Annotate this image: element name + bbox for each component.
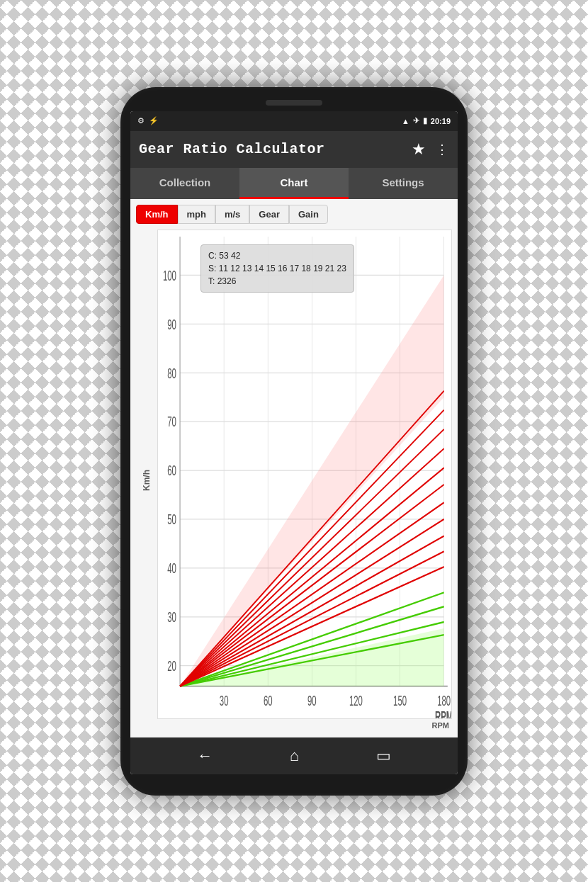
title-bar: Gear Ratio Calculator ★ ⋮ [130, 131, 458, 168]
clock: 20:19 [431, 117, 451, 125]
android-icon: ⚙ [137, 116, 145, 125]
bottom-nav: ← ⌂ ▭ [130, 737, 458, 774]
svg-text:30: 30 [167, 609, 176, 624]
svg-text:100: 100 [163, 267, 176, 283]
svg-text:30: 30 [220, 692, 229, 708]
svg-text:RPM: RPM [435, 708, 451, 718]
svg-text:60: 60 [167, 462, 176, 477]
svg-text:80: 80 [167, 365, 176, 380]
svg-text:90: 90 [307, 692, 317, 708]
svg-text:180: 180 [437, 692, 451, 708]
app-title: Gear Ratio Calculator [139, 141, 325, 157]
status-right-area: ▲ ✈ ▮ 20:19 [402, 116, 451, 125]
svg-text:60: 60 [264, 692, 273, 708]
svg-text:50: 50 [167, 511, 176, 526]
svg-text:20: 20 [167, 657, 176, 673]
tooltip-line1: C: 53 42 [208, 249, 346, 262]
overflow-menu-button[interactable]: ⋮ [436, 142, 449, 157]
unit-ms-button[interactable]: m/s [215, 205, 249, 224]
unit-button-group: Km/h mph m/s Gear Gain [136, 205, 452, 224]
x-axis-label: RPM [432, 721, 449, 730]
tab-settings[interactable]: Settings [349, 168, 458, 199]
unit-gear-button[interactable]: Gear [249, 205, 289, 224]
phone-screen: ⚙ ⚡ ▲ ✈ ▮ 20:19 Gear Ratio Calculator ★ … [130, 111, 458, 774]
back-button[interactable]: ← [197, 747, 213, 765]
y-axis-label: Km/h [142, 470, 152, 491]
recent-apps-button[interactable]: ▭ [376, 747, 391, 765]
tab-bar: Collection Chart Settings [130, 168, 458, 199]
status-left-icons: ⚙ ⚡ [137, 116, 159, 125]
svg-text:150: 150 [393, 692, 407, 708]
unit-mph-button[interactable]: mph [178, 205, 215, 224]
favorite-button[interactable]: ★ [412, 140, 426, 159]
airplane-icon: ✈ [413, 116, 419, 125]
home-button[interactable]: ⌂ [290, 747, 299, 765]
svg-text:90: 90 [167, 316, 176, 332]
battery-icon: ▮ [423, 116, 427, 125]
svg-text:120: 120 [349, 692, 363, 708]
tooltip-line2: S: 11 12 13 14 15 16 17 18 19 21 23 [208, 262, 346, 275]
wifi-icon: ▲ [402, 117, 409, 125]
unit-gain-button[interactable]: Gain [289, 205, 328, 224]
phone-top [130, 100, 458, 106]
chart-tooltip: C: 53 42 S: 11 12 13 14 15 16 17 18 19 2… [200, 244, 354, 293]
speaker-grill [266, 100, 322, 106]
title-actions: ★ ⋮ [412, 140, 449, 159]
chart-canvas[interactable]: 100 90 80 70 60 50 40 30 20 30 60 [157, 230, 452, 719]
tab-chart[interactable]: Chart [239, 168, 349, 199]
chart-area: Km/h mph m/s Gear Gain Km/h [130, 199, 458, 737]
status-bar: ⚙ ⚡ ▲ ✈ ▮ 20:19 [130, 111, 458, 131]
unit-kmh-button[interactable]: Km/h [136, 205, 178, 224]
tooltip-line3: T: 2326 [208, 275, 346, 288]
phone-device: ⚙ ⚡ ▲ ✈ ▮ 20:19 Gear Ratio Calculator ★ … [120, 87, 468, 796]
svg-text:40: 40 [167, 560, 176, 575]
usb-icon: ⚡ [149, 116, 159, 125]
svg-text:70: 70 [167, 413, 176, 429]
tab-collection[interactable]: Collection [130, 168, 239, 199]
